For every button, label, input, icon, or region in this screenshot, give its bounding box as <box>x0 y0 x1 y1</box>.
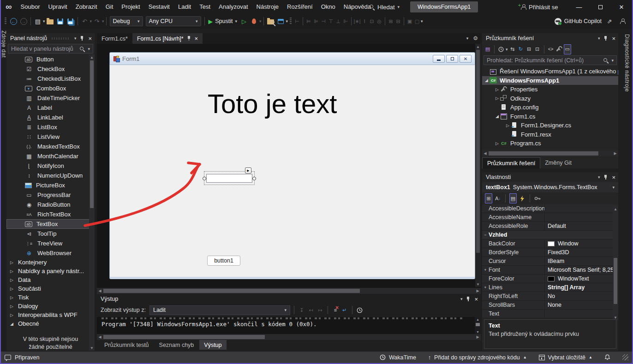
scrollbar-thumb[interactable] <box>614 258 617 304</box>
scrollbar-thumb[interactable] <box>476 323 480 326</box>
toolbox-group[interactable]: ◢ Obecné <box>6 319 95 328</box>
toolbar-overflow-icon[interactable]: ▾ <box>286 19 288 24</box>
vertical-spacing-button[interactable]: ⊟ <box>394 16 402 26</box>
new-project-button[interactable]: ▤ <box>33 16 43 26</box>
editor-options-gear-icon[interactable]: ⚙ <box>473 35 478 42</box>
property-pages-key-icon[interactable] <box>534 193 541 203</box>
events-icon[interactable] <box>519 193 526 203</box>
scroll-left-icon[interactable]: ◀ <box>97 334 103 340</box>
expander-icon[interactable]: ▷ <box>494 141 500 146</box>
object-selector-dropdown[interactable]: textBox1 System.Windows.Forms.TextBox ▾ <box>482 182 618 192</box>
wakatime-status[interactable]: WakaTime <box>380 354 416 361</box>
github-copilot-icon[interactable] <box>555 18 561 25</box>
toolbox-header[interactable]: Panel nástrojů ▾ × <box>6 33 95 43</box>
sign-in-button[interactable]: + Přihlásit se <box>520 0 558 14</box>
maximize-button[interactable] <box>590 0 611 14</box>
align-left-edges-button[interactable]: ⊨ <box>305 16 312 26</box>
view-code-icon[interactable]: <> <box>547 44 555 54</box>
search-menu[interactable]: Hledat ▾ <box>369 0 400 14</box>
align-lefts-button[interactable]: ⊢ <box>293 16 301 26</box>
scrollbar-thumb[interactable] <box>489 151 598 155</box>
console-vertical-scrollbar[interactable]: ▲ ▼ <box>475 317 481 334</box>
solution-explorer-home-button[interactable] <box>276 16 286 26</box>
menu-item[interactable]: Rozšíření <box>283 0 317 14</box>
undo-button[interactable]: ↶ <box>80 16 90 26</box>
menu-item[interactable]: Ladit <box>174 0 195 14</box>
property-value[interactable]: IBeam <box>548 258 564 264</box>
menu-item[interactable]: Sestavit <box>144 0 174 14</box>
hot-reload-button[interactable] <box>249 16 259 26</box>
toolbox-item[interactable]: ⊕ WebBrowser <box>6 248 95 258</box>
close-button[interactable]: ✕ <box>611 0 632 14</box>
menu-item[interactable]: Projekt <box>117 0 144 14</box>
designed-label[interactable]: Toto je text <box>208 88 337 119</box>
pin-icon[interactable] <box>603 174 608 180</box>
resize-handle-right[interactable] <box>252 177 256 180</box>
toolbox-group[interactable]: ▷ Data <box>6 275 95 284</box>
smart-tag-button[interactable]: ▶ <box>245 167 251 173</box>
toolbox-scrollbar[interactable]: ▲ ▼ <box>89 54 95 351</box>
toolbox-item[interactable]: ◉ RadioButton <box>6 200 95 209</box>
send-feedback-icon[interactable] <box>617 16 627 26</box>
properties-header[interactable]: Vlastnosti ▾ × <box>482 172 618 182</box>
open-file-button[interactable] <box>45 16 55 26</box>
bottom-tab[interactable]: Seznam chyb <box>155 340 199 350</box>
property-row[interactable]: + Font Microsoft Sans Serif; 8,25 <box>482 266 618 274</box>
expand-icon[interactable]: − <box>482 233 489 237</box>
designed-form[interactable]: Form1 ✕ Toto je text ▶ button1 <box>109 52 475 279</box>
property-value[interactable]: Microsoft Sans Serif; 8,25 <box>548 267 614 273</box>
tree-item[interactable]: App.config <box>482 103 618 112</box>
next-message-icon[interactable]: ↦ <box>316 305 324 315</box>
property-value[interactable]: No <box>548 293 555 299</box>
form-maximize-button[interactable] <box>446 55 458 63</box>
property-value[interactable]: String[] Array <box>548 284 585 291</box>
toolbox-item[interactable]: ▭ ProgressBar <box>6 190 95 200</box>
resize-handle-left[interactable] <box>203 177 206 180</box>
toolbar-grip[interactable] <box>5 18 6 25</box>
make-same-size-button[interactable]: ⊡ <box>368 16 376 26</box>
toolbox-item[interactable]: (.). MaskedTextBox <box>6 142 95 151</box>
close-icon[interactable]: × <box>88 35 92 42</box>
start-without-debugging-button[interactable]: ▷ <box>239 16 249 26</box>
property-row[interactable]: ForeColor WindowText <box>482 274 618 283</box>
notifications-bell-icon[interactable] <box>604 354 610 361</box>
send-to-back-button[interactable]: ▢ <box>413 16 421 26</box>
scroll-right-icon[interactable]: ▶ <box>612 150 618 156</box>
close-icon[interactable]: × <box>474 296 478 303</box>
property-row[interactable]: Text <box>482 310 618 318</box>
designed-textbox-selection[interactable]: ▶ <box>204 171 255 185</box>
toolbox-item[interactable]: A Label <box>6 103 95 113</box>
toolbox-item[interactable]: ⊲ ToolTip <box>6 229 95 239</box>
output-header[interactable]: Výstup ▾ × <box>97 294 481 304</box>
tree-item[interactable]: Řešení WindowsFormsApp1 (1 z celkového p… <box>482 67 618 76</box>
property-row[interactable]: BorderStyle Fixed3D <box>482 248 618 257</box>
chevron-down-icon[interactable]: ▾ <box>506 47 508 52</box>
expander-icon[interactable]: ▷ <box>494 96 500 101</box>
bottom-tab[interactable]: Výstup <box>199 340 226 350</box>
show-all-files-icon[interactable]: ▭ <box>564 44 571 54</box>
menu-item[interactable]: Upravit <box>44 0 71 14</box>
toolbox-search-input[interactable]: Hledat v panelu nástrojů ▾ <box>8 44 93 54</box>
forms-designer-surface[interactable]: Form1 ✕ Toto je text ▶ button1 ▲ <box>97 44 481 294</box>
align-right-edges-button[interactable]: ⊣ <box>320 16 327 26</box>
pin-icon[interactable] <box>603 36 608 42</box>
toolbar-grip[interactable] <box>290 18 292 25</box>
minimize-button[interactable]: — <box>568 0 590 14</box>
solution-search-input[interactable]: Prohledat: Průzkumník řešení (Ctrl+ů) ▾ <box>484 55 617 65</box>
output-console[interactable]: Program '[7348] WindowsFormsApp1.exe' sk… <box>97 317 481 334</box>
designed-button[interactable]: button1 <box>207 256 240 266</box>
menu-item[interactable]: Git <box>102 0 118 14</box>
tab-list-chevron-icon[interactable]: ▾ <box>466 36 469 41</box>
sync-with-active-document-icon[interactable]: ⊡ <box>534 44 541 54</box>
tab-form1-designer[interactable]: Form1.cs [Návrh]* × <box>132 33 203 44</box>
property-row[interactable]: ScrollBars None <box>482 301 618 310</box>
make-same-width-button[interactable]: |∗| <box>353 16 361 26</box>
add-to-source-control-button[interactable]: ↑ Přidat do správy zdrojového kódu ▲ <box>428 354 527 361</box>
size-to-grid-button[interactable]: ◎ <box>376 16 383 26</box>
properties-scrollbar[interactable]: ▲ ▼ <box>613 206 618 320</box>
pin-icon[interactable] <box>466 296 471 302</box>
make-same-height-button[interactable]: Ⅰ <box>361 16 368 26</box>
switch-views-icon[interactable]: ▤ <box>484 44 491 54</box>
align-centers-button[interactable]: ⊫ <box>312 16 320 26</box>
redo-button[interactable]: ↷ <box>92 16 102 26</box>
